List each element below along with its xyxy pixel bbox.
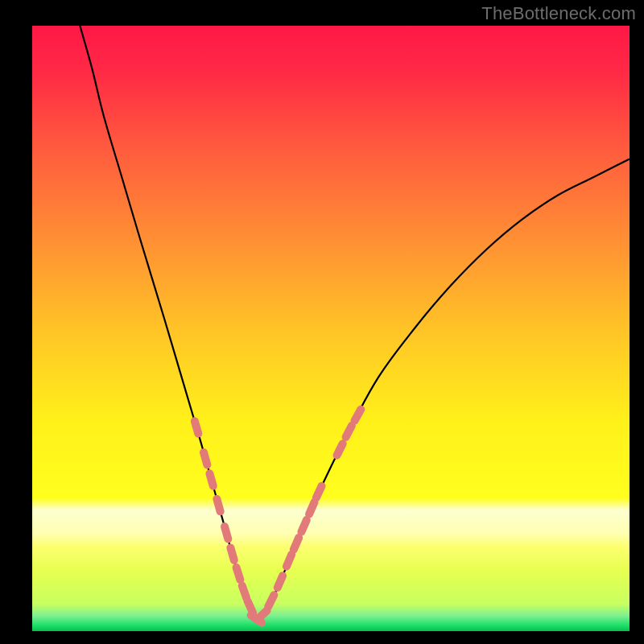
bottleneck-chart (0, 0, 644, 644)
chart-frame: TheBottleneck.com (0, 0, 644, 644)
svg-rect-1 (32, 26, 630, 631)
watermark-text: TheBottleneck.com (481, 3, 636, 24)
